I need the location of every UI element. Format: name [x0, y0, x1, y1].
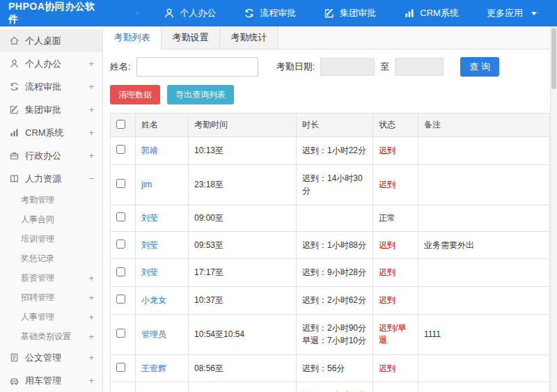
filter-bar: 姓名: 考勤日期: 至 查 询 [103, 49, 557, 84]
row-checkbox[interactable] [116, 363, 125, 372]
tab-bar: 考勤列表 考勤设置 考勤统计 [103, 26, 557, 49]
sidebar-item-label: CRM系统 [25, 127, 83, 139]
status-cell: 迟到/早退 [373, 314, 418, 354]
vertical-scrollbar[interactable] [550, 26, 557, 392]
scrollbar-thumb[interactable] [551, 28, 556, 89]
sidebar-item-admin-office[interactable]: 行政办公 + [0, 144, 102, 167]
remark-cell: 业务需要外出 [418, 231, 550, 259]
nav-more-apps[interactable]: 更多应用 [487, 7, 537, 19]
nav-crm[interactable]: CRM系统 [404, 7, 459, 19]
sidebar-item-crm[interactable]: CRM系统 + [0, 121, 102, 144]
table-row: 王壹辉 08:56至 迟到：56分 迟到 [111, 354, 550, 382]
topbar: PHPOA协同办公软件 个人办公 流程审批 集团审批 CRM系统 [0, 0, 557, 26]
status-cell: 正常 [373, 205, 418, 231]
attendance-time: 23:18至 [189, 164, 297, 205]
employee-name-link[interactable]: jim [141, 180, 152, 189]
sidebar-subitem-salary[interactable]: 薪资管理 + [0, 268, 102, 288]
select-all-checkbox[interactable] [116, 120, 125, 129]
sidebar-item-documents[interactable]: 公文管理 + [0, 346, 102, 369]
tab-attendance-stats[interactable]: 考勤统计 [220, 26, 278, 49]
nav-personal-office[interactable]: 个人办公 [164, 7, 216, 19]
sidebar-subitem-recruiting[interactable]: 招聘管理 + [0, 288, 102, 307]
clean-data-button[interactable]: 清理数据 [110, 85, 160, 104]
expander-icon[interactable]: + [88, 58, 94, 69]
table-row: 刘莹 09:00至 正常 [111, 205, 550, 231]
expander-icon[interactable]: + [88, 292, 94, 303]
sidebar-item-workflow[interactable]: 流程审批 + [0, 75, 102, 98]
menu-toggle-icon[interactable] [136, 13, 139, 15]
col-header-status: 状态 [373, 113, 418, 137]
expander-icon[interactable]: + [88, 127, 94, 138]
employee-name-link[interactable]: 刘莹 [141, 213, 158, 223]
employee-name-link[interactable]: 小龙女 [141, 295, 166, 305]
duration-cell: 迟到：1小时88分 [297, 231, 373, 259]
export-list-button[interactable]: 导出查询列表 [167, 85, 234, 104]
duration-cell [297, 205, 373, 231]
search-button[interactable]: 查 询 [460, 57, 499, 77]
employee-name-link[interactable]: 郭靖 [141, 146, 158, 155]
sidebar-item-label: 流程审批 [25, 81, 83, 93]
sidebar-subitem-label: 基础类别设置 [21, 331, 83, 343]
table-row: jim 23:18至 迟到：14小时30分 迟到 [111, 164, 550, 205]
app-title: PHPOA协同办公软件 [0, 1, 103, 26]
expander-icon[interactable]: + [88, 352, 94, 363]
date-from-input[interactable] [320, 58, 375, 76]
expander-icon[interactable]: + [88, 104, 94, 115]
status-cell: 迟到/早退 [373, 382, 418, 392]
row-checkbox[interactable] [116, 145, 125, 154]
status-cell: 迟到 [373, 286, 418, 314]
sidebar-item-label: 人力资源 [25, 173, 83, 185]
sidebar-subitem-base-category[interactable]: 基础类别设置 + [0, 327, 102, 346]
nav-group-approval[interactable]: 集团审批 [324, 7, 376, 19]
row-checkbox[interactable] [116, 212, 125, 221]
expander-icon[interactable]: + [88, 331, 94, 342]
table-row: 刘莹 09:53至 迟到：1小时88分 迟到 业务需要外出 [111, 231, 550, 259]
edit-icon [324, 8, 335, 19]
employee-name-link[interactable]: 刘莹 [141, 267, 158, 277]
sidebar-item-group-approval[interactable]: 集团审批 + [0, 98, 102, 121]
sidebar-subitem-training[interactable]: 培训管理 [0, 229, 102, 249]
tab-attendance-list[interactable]: 考勤列表 [103, 26, 162, 49]
attendance-time: 08:56至 [189, 354, 297, 382]
nav-label: 集团审批 [340, 7, 376, 19]
row-checkbox[interactable] [116, 295, 125, 304]
employee-name-link[interactable]: 刘莹 [141, 240, 158, 250]
sidebar-item-label: 用车管理 [25, 375, 83, 387]
sidebar-subitem-attendance[interactable]: 考勤管理 [0, 190, 102, 210]
name-filter-input[interactable] [136, 57, 258, 77]
sidebar-item-desktop[interactable]: 个人桌面 [0, 29, 102, 52]
row-checkbox[interactable] [116, 329, 125, 338]
book-icon [9, 173, 19, 184]
sidebar-subitem-personnel[interactable]: 人事管理 + [0, 307, 102, 327]
sidebar-subitem-label: 人事管理 [21, 311, 83, 323]
duration-cell: 迟到：14小时30分 [297, 164, 373, 205]
main-content: 考勤列表 考勤设置 考勤统计 姓名: 考勤日期: 至 查 询 清理数据 导出查询… [103, 26, 557, 392]
duration-cell: 迟到：2小时90分早退：7小时10分 [297, 314, 373, 354]
expander-icon[interactable]: + [88, 273, 94, 283]
date-to-input[interactable] [395, 58, 444, 76]
row-checkbox[interactable] [116, 179, 125, 188]
expander-icon[interactable]: + [88, 312, 94, 322]
sidebar-subitem-label: 薪资管理 [21, 272, 83, 284]
user-avatar-icon[interactable] [537, 12, 539, 14]
collapse-icon[interactable]: − [88, 173, 94, 184]
row-checkbox[interactable] [116, 240, 125, 249]
nav-workflow-approval[interactable]: 流程审批 [244, 7, 296, 19]
sidebar-item-vehicle[interactable]: 用车管理 + [0, 369, 102, 392]
expander-icon[interactable]: + [88, 375, 94, 386]
row-checkbox[interactable] [116, 267, 125, 276]
sidebar-item-hr[interactable]: 人力资源 − [0, 167, 102, 190]
expander-icon[interactable]: + [88, 150, 94, 161]
sidebar-item-personal-office[interactable]: 个人办公 + [0, 52, 102, 75]
sidebar-subitem-rewards[interactable]: 奖惩记录 [0, 249, 102, 268]
sidebar-subitem-hr-contract[interactable]: 人事合同 [0, 210, 102, 229]
expander-icon[interactable]: + [88, 81, 94, 92]
attendance-time: 10:13至 [189, 137, 297, 165]
employee-name-link[interactable]: 王壹辉 [141, 363, 166, 373]
tab-attendance-settings[interactable]: 考勤设置 [162, 26, 220, 49]
duration-cell: 迟到：9小时28分 [297, 259, 373, 287]
col-header-name: 姓名 [136, 113, 189, 137]
attendance-time: 10:37至 [189, 286, 297, 314]
employee-name-link[interactable]: 管理员 [141, 329, 166, 339]
remark-cell [418, 164, 550, 205]
